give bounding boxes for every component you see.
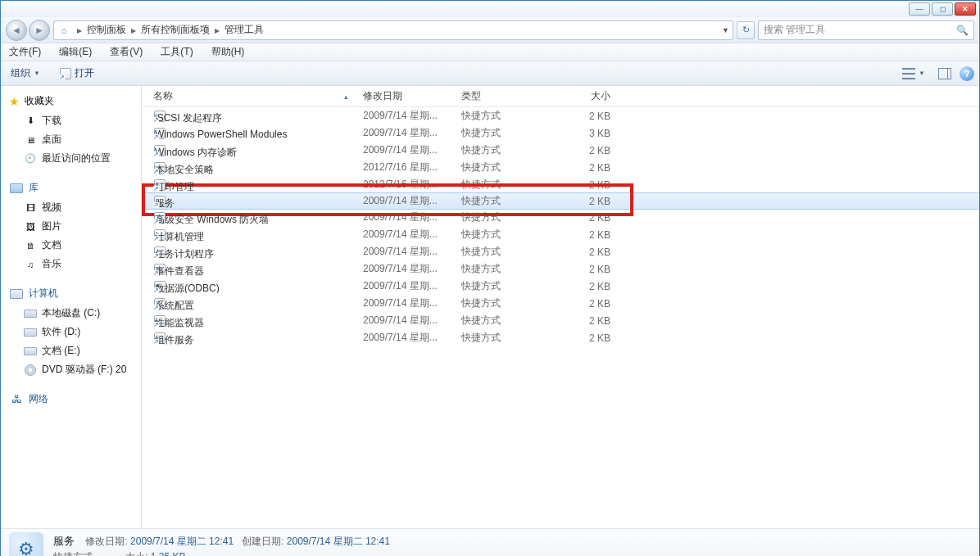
item-type: 快捷方式 (458, 210, 556, 224)
organize-button[interactable]: 组织 ▼ (6, 65, 45, 82)
item-size: 2 KB (556, 212, 614, 224)
column-date[interactable]: 修改日期 (360, 89, 458, 103)
help-button[interactable]: ? (960, 66, 974, 81)
sidebar-network: 🖧 网络 (9, 392, 141, 406)
shortcut-icon: 系统配置 (153, 297, 166, 310)
list-item[interactable]: 事件查看器2009/7/14 星期...快捷方式2 KB (142, 260, 979, 278)
item-date: 2012/7/16 星期... (360, 178, 458, 192)
preview-pane-button[interactable] (938, 68, 951, 79)
chevron-down-icon: ▼ (919, 70, 925, 77)
list-item[interactable]: 数据源(ODBC)2009/7/14 星期...快捷方式2 KB (142, 278, 979, 295)
column-headers: 名称 ▴ 修改日期 类型 大小 (142, 86, 979, 107)
item-size: 2 KB (556, 111, 614, 122)
item-date: 2009/7/14 星期... (360, 194, 458, 208)
minimize-button[interactable]: — (909, 2, 930, 16)
item-date: 2012/7/16 星期... (360, 160, 458, 174)
control-panel-icon: ⌂ (57, 24, 70, 37)
sidebar-item-music[interactable]: ♫音乐 (9, 255, 141, 273)
menu-help[interactable]: 帮助(H) (208, 43, 248, 61)
address-dropdown-icon[interactable]: ▼ (722, 26, 729, 34)
list-item[interactable]: 性能监视器2009/7/14 星期...快捷方式2 KB (142, 312, 979, 329)
list-item[interactable]: Windows PowerShell Modules2009/7/14 星期..… (142, 124, 979, 142)
list-item[interactable]: 计算机管理2009/7/14 星期...快捷方式2 KB (142, 226, 979, 243)
list-item[interactable]: iSCSI 发起程序2009/7/14 星期...快捷方式2 KB (142, 107, 979, 124)
sidebar-item-drive-e[interactable]: 文档 (E:) (9, 341, 141, 360)
item-size: 2 KB (556, 145, 614, 156)
view-options-button[interactable]: ▼ (897, 66, 930, 81)
close-button[interactable]: ✕ (955, 2, 976, 16)
maximize-button[interactable]: ◻ (932, 2, 953, 16)
window-titlebar[interactable]: — ◻ ✕ (1, 1, 979, 17)
sidebar-item-drive-c[interactable]: 本地磁盘 (C:) (9, 304, 141, 323)
search-box[interactable]: 搜索 管理工具 🔍 (758, 20, 974, 40)
open-button[interactable]: 打开 (55, 65, 99, 82)
picture-icon: 🖼 (24, 221, 37, 233)
item-type: 快捷方式 (458, 109, 556, 123)
services-icon: ⚙ (9, 532, 43, 557)
disk-icon (24, 308, 37, 319)
list-item[interactable]: 组件服务2009/7/14 星期...快捷方式2 KB (142, 329, 979, 346)
details-size-value: 1.25 KB (151, 551, 186, 556)
menu-view[interactable]: 查看(V) (107, 43, 146, 61)
details-create-label: 创建日期: (242, 536, 284, 547)
breadcrumb-item[interactable]: 管理工具 (223, 23, 265, 37)
list-item[interactable]: 高级安全 Windows 防火墙2009/7/14 星期...快捷方式2 KB (142, 209, 979, 226)
back-button[interactable]: ◄ (6, 20, 27, 41)
shortcut-icon: iSCSI 发起程序 (153, 110, 166, 123)
menu-edit[interactable]: 编辑(E) (56, 43, 95, 61)
column-name[interactable]: 名称 ▴ (150, 89, 360, 103)
sidebar-item-drive-d[interactable]: 软件 (D:) (9, 323, 141, 341)
sidebar-item-videos[interactable]: 🎞视频 (9, 198, 141, 217)
explorer-window: — ◻ ✕ ◄ ► ⌂ ▸ 控制面板 ▸ 所有控制面板项 ▸ 管理工具 ▼ ↻ … (0, 0, 980, 556)
list-rows: iSCSI 发起程序2009/7/14 星期...快捷方式2 KBWindows… (142, 107, 979, 346)
list-item[interactable]: 服务2009/7/14 星期...快捷方式2 KB (142, 192, 979, 210)
list-item[interactable]: 任务计划程序2009/7/14 星期...快捷方式2 KB (142, 243, 979, 260)
item-date: 2009/7/14 星期... (360, 331, 458, 345)
sidebar-item-recent[interactable]: 🕘最近访问的位置 (9, 149, 141, 168)
address-bar[interactable]: ⌂ ▸ 控制面板 ▸ 所有控制面板项 ▸ 管理工具 ▼ (53, 20, 733, 40)
sidebar-favorites: ★ 收藏夹 ⬇下载 🖥桌面 🕘最近访问的位置 (9, 94, 141, 168)
details-title: 服务 (53, 535, 75, 547)
shortcut-icon: 数据源(ODBC) (153, 280, 166, 293)
libraries-icon (9, 183, 24, 194)
sidebar-item-pictures[interactable]: 🖼图片 (9, 217, 141, 236)
shortcut-icon: 任务计划程序 (153, 246, 166, 259)
list-item[interactable]: 系统配置2009/7/14 星期...快捷方式2 KB (142, 295, 979, 312)
list-item[interactable]: 打印管理2012/7/16 星期...快捷方式2 KB (142, 176, 979, 193)
shortcut-icon: Windows 内存诊断 (153, 144, 166, 157)
item-type: 快捷方式 (458, 178, 556, 192)
column-type[interactable]: 类型 (458, 89, 556, 103)
forward-button[interactable]: ► (29, 20, 50, 41)
sidebar-item-documents[interactable]: 🗎文档 (9, 236, 141, 255)
sidebar-header-network[interactable]: 🖧 网络 (9, 392, 141, 406)
item-type: 快捷方式 (458, 160, 556, 174)
refresh-button[interactable]: ↻ (737, 21, 755, 39)
sidebar-item-desktop[interactable]: 🖥桌面 (9, 130, 141, 149)
sidebar-libraries-label: 库 (29, 181, 39, 195)
sidebar-item-downloads[interactable]: ⬇下载 (9, 111, 141, 130)
list-item[interactable]: Windows 内存诊断2009/7/14 星期...快捷方式2 KB (142, 142, 979, 159)
music-icon: ♫ (24, 259, 37, 270)
sidebar-header-computer[interactable]: 计算机 (9, 287, 141, 301)
column-size[interactable]: 大小 (556, 89, 614, 103)
item-type: 快捷方式 (458, 279, 556, 293)
sidebar-header-favorites[interactable]: ★ 收藏夹 (9, 94, 141, 108)
sidebar-favorites-label: 收藏夹 (25, 94, 54, 108)
sidebar-header-libraries[interactable]: 库 (9, 181, 141, 195)
sort-asc-icon: ▴ (344, 93, 348, 101)
search-icon: 🔍 (956, 25, 969, 36)
computer-icon (9, 288, 24, 300)
list-item[interactable]: 本地安全策略2012/7/16 星期...快捷方式2 KB (142, 159, 979, 176)
menu-file[interactable]: 文件(F) (6, 43, 44, 61)
cd-icon (24, 364, 37, 376)
nav-buttons: ◄ ► (6, 20, 50, 41)
organize-label: 组织 (11, 66, 30, 80)
breadcrumb-item[interactable]: 控制面板 (85, 23, 128, 37)
disk-icon (24, 327, 37, 338)
sidebar-item-drive-f[interactable]: DVD 驱动器 (F:) 20 (9, 360, 141, 379)
menu-tools[interactable]: 工具(T) (157, 43, 196, 61)
breadcrumb-item[interactable]: 所有控制面板项 (139, 23, 211, 37)
item-size: 2 KB (556, 229, 614, 241)
chevron-down-icon: ▼ (34, 70, 40, 77)
item-date: 2009/7/14 星期... (360, 245, 458, 259)
